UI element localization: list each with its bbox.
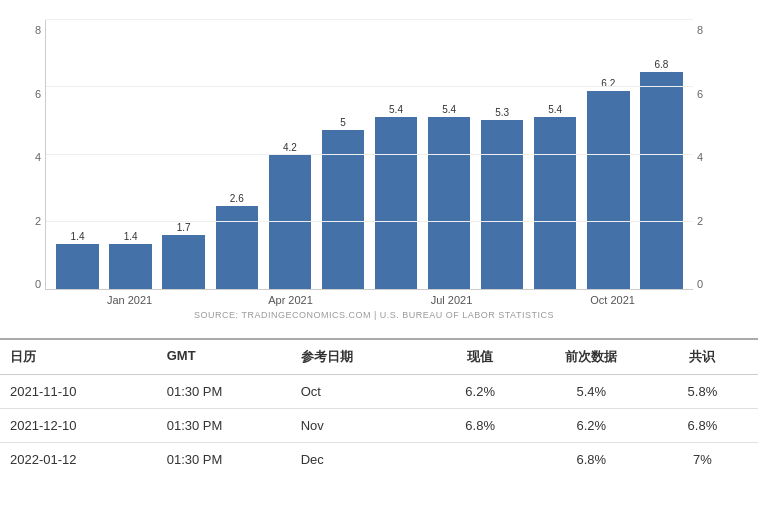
bar-value-1: 1.4 <box>124 231 138 242</box>
row-2-gmt: 01:30 PM <box>157 452 291 467</box>
header-reference: 参考日期 <box>291 348 425 366</box>
y-axis-label-6: 6 <box>30 88 41 100</box>
bar-10 <box>587 91 629 289</box>
bar-value-11: 6.8 <box>654 59 668 70</box>
bar-group-4: 4.2 <box>263 35 316 289</box>
bar-0 <box>56 244 98 289</box>
row-1-date: 2021-12-10 <box>0 418 157 433</box>
y-axis-right-4: 4 <box>697 151 718 163</box>
table-header: 日历 GMT 参考日期 现值 前次数据 共识 <box>0 340 758 375</box>
row-0-date: 2021-11-10 <box>0 384 157 399</box>
x-label-spacer-4: Apr 2021 <box>264 294 318 306</box>
row-0-gmt: 01:30 PM <box>157 384 291 399</box>
bar-group-10: 6.2 <box>582 35 635 289</box>
bar-value-0: 1.4 <box>71 231 85 242</box>
header-consensus: 共识 <box>647 348 758 366</box>
table-rows: 2021-11-10 01:30 PM Oct 6.2% 5.4% 5.8% 2… <box>0 375 758 476</box>
source-text: SOURCE: TRADINGECONOMICS.COM | U.S. BURE… <box>30 310 718 320</box>
bar-value-10: 6.2 <box>601 78 615 89</box>
bar-group-3: 2.6 <box>210 35 263 289</box>
row-1-previous: 6.2% <box>536 418 647 433</box>
bar-group-8: 5.3 <box>476 35 529 289</box>
x-label-spacer-2 <box>156 294 210 306</box>
x-label-spacer-7: Jul 2021 <box>425 294 479 306</box>
bars-container: 1.4 1.4 1.7 2.6 4.2 5 5.4 5.4 5.3 5.4 <box>46 20 693 289</box>
x-label-spacer-0 <box>49 294 103 306</box>
y-axis-right-2: 2 <box>697 215 718 227</box>
bar-6 <box>375 117 417 289</box>
header-gmt: GMT <box>157 348 291 366</box>
x-axis: Jan 2021Apr 2021Jul 2021Oct 2021 <box>49 294 693 306</box>
x-label-spacer-10: Oct 2021 <box>586 294 640 306</box>
bar-8 <box>481 120 523 289</box>
y-axis-label-2: 2 <box>30 215 41 227</box>
row-1-consensus: 6.8% <box>647 418 758 433</box>
bar-9 <box>534 117 576 289</box>
bar-value-4: 4.2 <box>283 142 297 153</box>
row-1-reference: Nov <box>291 418 425 433</box>
x-label-spacer-6 <box>371 294 425 306</box>
header-date: 日历 <box>0 348 157 366</box>
chart-container: 0 2 4 6 8 1.4 1.4 1.7 2.6 <box>0 0 758 330</box>
table-row-2: 2022-01-12 01:30 PM Dec 6.8% 7% <box>0 443 758 476</box>
row-1-gmt: 01:30 PM <box>157 418 291 433</box>
row-2-date: 2022-01-12 <box>0 452 157 467</box>
bar-group-11: 6.8 <box>635 35 688 289</box>
bar-group-5: 5 <box>316 35 369 289</box>
x-label-spacer-3 <box>210 294 264 306</box>
row-2-value <box>425 452 536 467</box>
bar-4 <box>269 155 311 289</box>
y-axis-label-0: 0 <box>30 278 41 290</box>
x-label-spacer-8 <box>478 294 532 306</box>
row-2-consensus: 7% <box>647 452 758 467</box>
bar-7 <box>428 117 470 289</box>
y-axis-label-8: 8 <box>30 24 41 36</box>
bar-3 <box>216 206 258 289</box>
bar-value-2: 1.7 <box>177 222 191 233</box>
header-value: 现值 <box>425 348 536 366</box>
row-1-value: 6.8% <box>425 418 536 433</box>
bar-2 <box>162 235 204 289</box>
table-container: 日历 GMT 参考日期 现值 前次数据 共识 2021-11-10 01:30 … <box>0 338 758 476</box>
row-0-previous: 5.4% <box>536 384 647 399</box>
row-2-reference: Dec <box>291 452 425 467</box>
header-previous: 前次数据 <box>536 348 647 366</box>
y-axis-right-0: 0 <box>697 278 718 290</box>
row-0-consensus: 5.8% <box>647 384 758 399</box>
bar-value-6: 5.4 <box>389 104 403 115</box>
x-label-spacer-9 <box>532 294 586 306</box>
y-axis-right-6: 6 <box>697 88 718 100</box>
bar-group-2: 1.7 <box>157 35 210 289</box>
bar-value-3: 2.6 <box>230 193 244 204</box>
bar-1 <box>109 244 151 289</box>
row-0-value: 6.2% <box>425 384 536 399</box>
table-row-0: 2021-11-10 01:30 PM Oct 6.2% 5.4% 5.8% <box>0 375 758 409</box>
row-0-reference: Oct <box>291 384 425 399</box>
bar-value-9: 5.4 <box>548 104 562 115</box>
bar-group-7: 5.4 <box>423 35 476 289</box>
x-label-spacer-5 <box>317 294 371 306</box>
bar-value-5: 5 <box>340 117 346 128</box>
bar-group-6: 5.4 <box>369 35 422 289</box>
bar-group-1: 1.4 <box>104 35 157 289</box>
bar-value-7: 5.4 <box>442 104 456 115</box>
table-row-1: 2021-12-10 01:30 PM Nov 6.8% 6.2% 6.8% <box>0 409 758 443</box>
bar-5 <box>322 130 364 289</box>
bar-group-0: 1.4 <box>51 35 104 289</box>
y-axis-label-4: 4 <box>30 151 41 163</box>
bar-11 <box>640 72 682 289</box>
x-label-spacer-11 <box>639 294 693 306</box>
row-2-previous: 6.8% <box>536 452 647 467</box>
bar-group-9: 5.4 <box>529 35 582 289</box>
x-label-spacer-1: Jan 2021 <box>103 294 157 306</box>
y-axis-right-8: 8 <box>697 24 718 36</box>
bar-value-8: 5.3 <box>495 107 509 118</box>
